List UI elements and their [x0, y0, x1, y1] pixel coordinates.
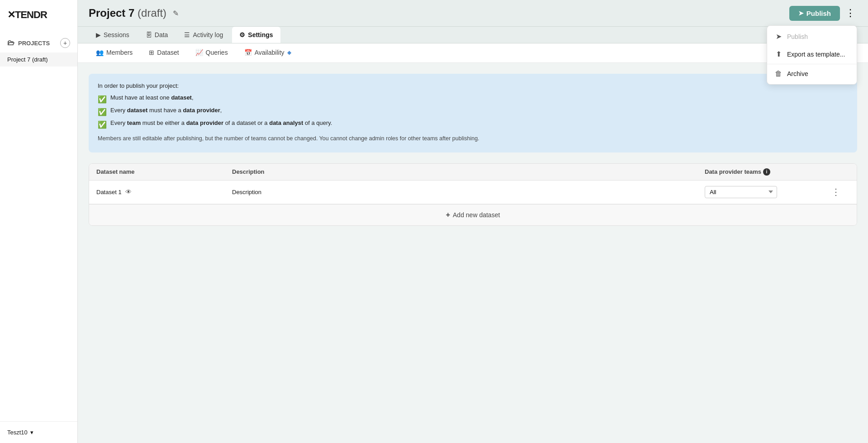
check-text-1: Must have at least one dataset, — [110, 93, 194, 103]
publish-button[interactable]: ➤ Publish — [789, 6, 840, 21]
tab-data[interactable]: 🗄 Data — [138, 27, 175, 43]
col-header-provider: Data provider teams i — [705, 168, 831, 176]
plus-icon: + — [446, 211, 450, 219]
gem-icon: ◆ — [287, 49, 291, 56]
edit-title-icon[interactable]: ✎ — [173, 9, 179, 18]
dropdown-export-icon: ⬆ — [774, 50, 783, 58]
dataset-name-cell: Dataset 1 👁 — [96, 188, 232, 195]
dataset-description: Description — [232, 189, 705, 195]
topbar-actions: ➤ Publish ⋮ ➤ Publish ⬆ Export as templa… — [789, 5, 857, 21]
provider-select-wrap: All — [705, 186, 831, 198]
publish-info-box: In order to publish your project: ✅ Must… — [89, 74, 857, 152]
col-header-actions — [831, 168, 849, 176]
dataset-icon: ⊞ — [149, 49, 154, 56]
provider-select[interactable]: All — [705, 186, 777, 198]
dropdown-item-publish[interactable]: ➤ Publish — [767, 28, 857, 45]
page-title: Project 7 (draft) — [89, 7, 166, 19]
provider-info-badge: i — [763, 168, 770, 176]
user-label: Teszt10 — [7, 429, 28, 436]
projects-label: PROJECTS — [18, 40, 50, 47]
col-name-label: Dataset name — [96, 168, 135, 175]
eye-icon[interactable]: 👁 — [125, 188, 132, 195]
subnav-item-members[interactable]: 👥 Members — [89, 43, 140, 62]
user-area[interactable]: Teszt10 ▾ — [0, 421, 77, 443]
more-options-button[interactable]: ⋮ — [844, 5, 857, 21]
check-text-3: Every team must be either a data provide… — [110, 118, 332, 128]
dropdown-archive-label: Archive — [787, 70, 808, 77]
dataset-table: Dataset name Description Data provider t… — [89, 163, 857, 226]
check-text-2: Every dataset must have a data provider, — [110, 105, 222, 115]
info-heading: In order to publish your project: — [98, 81, 848, 91]
dropdown-item-archive[interactable]: 🗑 Archive — [767, 65, 857, 82]
data-icon: 🗄 — [146, 31, 152, 38]
page-body: In order to publish your project: ✅ Must… — [78, 63, 868, 443]
sidebar-nav: 🗁 PROJECTS + Project 7 (draft) — [0, 30, 77, 421]
check-row-3: ✅ Every team must be either a data provi… — [98, 118, 848, 131]
check-row-1: ✅ Must have at least one dataset, — [98, 93, 848, 105]
check-icon-2: ✅ — [98, 106, 107, 118]
row-more-button[interactable]: ⋮ — [831, 186, 840, 197]
topbar: Project 7 (draft) ✎ ➤ Publish ⋮ ➤ Publis… — [78, 0, 868, 27]
projects-section: 🗁 PROJECTS + — [0, 33, 77, 52]
members-icon: 👥 — [96, 49, 104, 56]
add-dataset-label: Add new dataset — [453, 211, 500, 219]
table-row: Dataset 1 👁 Description All ⋮ — [89, 181, 857, 204]
col-header-description: Description — [232, 168, 705, 176]
col-header-name: Dataset name — [96, 168, 232, 176]
dropdown-menu: ➤ Publish ⬆ Export as template... 🗑 Arch… — [767, 25, 857, 85]
add-project-button[interactable]: + — [60, 38, 70, 48]
topbar-title-area: Project 7 (draft) ✎ — [89, 7, 179, 19]
add-dataset-button[interactable]: + Add new dataset — [89, 204, 857, 225]
user-chevron-icon: ▾ — [30, 429, 33, 436]
check-row-2: ✅ Every dataset must have a data provide… — [98, 105, 848, 118]
publish-icon: ➤ — [798, 10, 804, 17]
tab-bar: ▶ Sessions 🗄 Data ☰ Activity log ⚙ Setti… — [78, 27, 868, 43]
app-logo: ✕TENDR — [7, 9, 47, 21]
dropdown-divider — [767, 64, 857, 64]
subnav-item-queries[interactable]: 📈 Queries — [188, 43, 235, 62]
tab-settings[interactable]: ⚙ Settings — [232, 27, 280, 43]
logo-area: ✕TENDR — [0, 0, 77, 30]
col-provider-label: Data provider teams — [705, 168, 761, 175]
dropdown-item-export[interactable]: ⬆ Export as template... — [767, 45, 857, 63]
tab-sessions[interactable]: ▶ Sessions — [89, 27, 137, 43]
row-actions: ⋮ — [831, 186, 849, 197]
sessions-icon: ▶ — [96, 31, 101, 38]
info-note: Members are still editable after publish… — [98, 134, 848, 143]
col-description-label: Description — [232, 168, 265, 175]
dropdown-export-label: Export as template... — [787, 51, 845, 58]
main-content: Project 7 (draft) ✎ ➤ Publish ⋮ ➤ Publis… — [78, 0, 868, 443]
check-icon-1: ✅ — [98, 93, 107, 105]
check-icon-3: ✅ — [98, 119, 107, 131]
table-header: Dataset name Description Data provider t… — [89, 164, 857, 181]
tab-activity-log[interactable]: ☰ Activity log — [177, 27, 230, 43]
queries-icon: 📈 — [195, 49, 203, 56]
folder-icon: 🗁 — [7, 39, 14, 47]
draft-tag: (draft) — [138, 7, 166, 19]
dropdown-archive-icon: 🗑 — [774, 70, 783, 78]
subnav-item-availability[interactable]: 📅 Availability ◆ — [237, 43, 299, 62]
sidebar: ✕TENDR 🗁 PROJECTS + Project 7 (draft) Te… — [0, 0, 78, 443]
activity-log-icon: ☰ — [184, 31, 190, 38]
settings-icon: ⚙ — [239, 31, 245, 38]
dropdown-publish-icon: ➤ — [774, 32, 783, 41]
sidebar-item-project7[interactable]: Project 7 (draft) — [0, 52, 77, 67]
availability-icon: 📅 — [244, 49, 252, 56]
sub-nav: 👥 Members ⊞ Dataset 📈 Queries 📅 Availabi… — [78, 43, 868, 63]
subnav-item-dataset[interactable]: ⊞ Dataset — [142, 43, 186, 62]
dropdown-publish-label: Publish — [787, 33, 808, 40]
dataset-name: Dataset 1 — [96, 189, 122, 195]
